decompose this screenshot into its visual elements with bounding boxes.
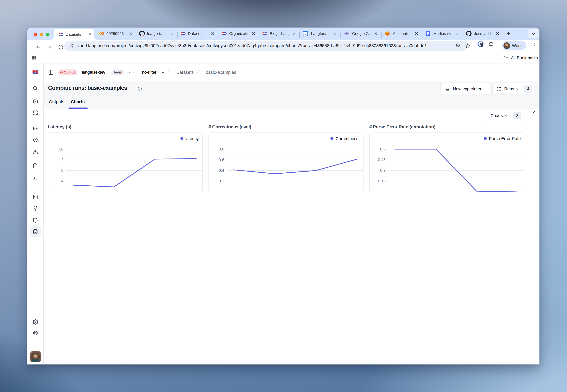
svg-text:16: 16: [59, 147, 63, 151]
svg-text:0.8: 0.8: [219, 147, 224, 151]
svg-text:8: 8: [61, 168, 63, 173]
svg-text:12: 12: [59, 157, 63, 162]
svg-text:4: 4: [61, 179, 63, 183]
svg-text:0.15: 0.15: [378, 179, 386, 183]
svg-text:0.2: 0.2: [219, 179, 224, 183]
svg-text:Correctness: Correctness: [336, 136, 358, 141]
svg-text:0.4: 0.4: [219, 168, 224, 173]
svg-text:0.3: 0.3: [380, 168, 386, 173]
svg-text:0.6: 0.6: [219, 157, 224, 162]
svg-text:Parse Error Rate: Parse Error Rate: [489, 136, 521, 141]
svg-text:0.6: 0.6: [380, 147, 386, 151]
svg-text:6: 6: [305, 32, 306, 35]
svg-text:0.45: 0.45: [378, 157, 386, 162]
svg-text:latency: latency: [185, 136, 199, 141]
